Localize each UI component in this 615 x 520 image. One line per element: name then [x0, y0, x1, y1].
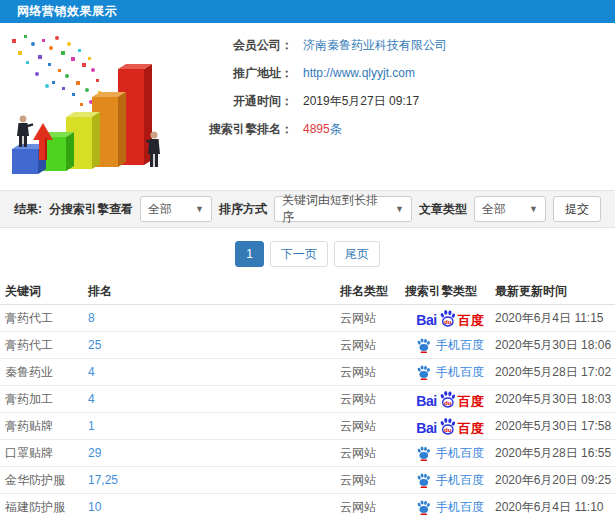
- svg-text:du: du: [444, 318, 452, 325]
- article-type-label: 文章类型: [419, 201, 467, 218]
- keyword-cell: 膏药代工: [5, 310, 88, 327]
- table-row: 膏药加工 4 云网站 Bai du 百度 2020年5月30日 18:03: [0, 386, 615, 413]
- engine-type-cell: Bai du 百度: [405, 309, 495, 327]
- rank-type-cell: 云网站: [340, 364, 405, 381]
- marketing-chart-illustration: [2, 29, 170, 181]
- col-header-rank: 排名: [88, 283, 340, 300]
- engine-type-cell: 手机百度: [405, 364, 495, 381]
- baidu-logo: Bai du 百度: [416, 417, 483, 435]
- updated-time-cell: 2020年5月30日 18:03: [495, 391, 615, 408]
- keyword-cell: 口罩贴牌: [5, 445, 88, 462]
- engine-type-cell: 手机百度: [405, 472, 495, 489]
- rank-type-cell: 云网站: [340, 391, 405, 408]
- keyword-rank-table: 关键词 排名 排名类型 搜索引擎类型 最新更新时间 膏药代工 8 云网站 Bai…: [0, 279, 615, 520]
- sort-value: 关键词由短到长排序: [282, 192, 387, 226]
- rank-type-cell: 云网站: [340, 445, 405, 462]
- col-header-keyword: 关键词: [5, 283, 88, 300]
- table-row: 福建防护服 10 云网站 手机百度 2020年6月4日 11:10: [0, 494, 615, 520]
- svg-text:du: du: [444, 426, 452, 433]
- member-company-label: 会员公司：: [178, 37, 293, 54]
- mobile-baidu-paw-icon: [416, 446, 431, 461]
- updated-time-cell: 2020年5月30日 18:06: [495, 337, 615, 354]
- keyword-cell: 膏药贴牌: [5, 418, 88, 435]
- open-time-row: 开通时间： 2019年5月27日 09:17: [178, 92, 447, 110]
- updated-time-cell: 2020年5月28日 16:55: [495, 445, 615, 462]
- engine-type-cell: Bai du 百度: [405, 417, 495, 435]
- table-row: 口罩贴牌 29 云网站 手机百度 2020年5月28日 16:55: [0, 440, 615, 467]
- baidu-logo: Bai du 百度: [416, 309, 483, 327]
- chevron-down-icon: ▼: [529, 204, 538, 214]
- last-page-button[interactable]: 尾页: [334, 241, 380, 267]
- sort-select[interactable]: 关键词由短到长排序 ▼: [274, 196, 412, 222]
- rank-link[interactable]: 4: [88, 365, 340, 379]
- rank-link[interactable]: 1: [88, 419, 340, 433]
- updated-time-cell: 2020年5月28日 17:02: [495, 364, 615, 381]
- engine-type-cell: 手机百度: [405, 499, 495, 516]
- rank-type-cell: 云网站: [340, 418, 405, 435]
- rank-link[interactable]: 10: [88, 500, 340, 514]
- member-company-link[interactable]: 济南秦鲁药业科技有限公司: [303, 37, 447, 54]
- rank-link[interactable]: 8: [88, 311, 340, 325]
- table-row: 膏药贴牌 1 云网站 Bai du 百度 2020年5月30日 17:58: [0, 413, 615, 440]
- rank-link[interactable]: 29: [88, 446, 340, 460]
- table-row: 金华防护服 17,25 云网站 手机百度 2020年6月20日 09:25: [0, 467, 615, 494]
- table-row: 秦鲁药业 4 云网站 手机百度 2020年5月28日 17:02: [0, 359, 615, 386]
- result-label: 结果:: [14, 201, 42, 218]
- baidu-paw-icon: du: [438, 309, 457, 327]
- svg-text:du: du: [444, 399, 452, 406]
- engine-type-cell: Bai du 百度: [405, 390, 495, 408]
- chevron-down-icon: ▼: [395, 204, 404, 214]
- promo-url-label: 推广地址：: [178, 65, 293, 82]
- baidu-paw-icon: du: [438, 390, 457, 408]
- mobile-baidu-paw-icon: [416, 365, 431, 380]
- promo-url-row: 推广地址： http://www.qlyyjt.com: [178, 64, 447, 82]
- article-type-value: 全部: [482, 201, 506, 218]
- mobile-baidu-logo: 手机百度: [416, 337, 484, 354]
- engine-filter-select[interactable]: 全部 ▼: [140, 196, 212, 222]
- rank-type-cell: 云网站: [340, 499, 405, 516]
- updated-time-cell: 2020年6月20日 09:25: [495, 472, 615, 489]
- rank-link[interactable]: 4: [88, 392, 340, 406]
- engine-type-cell: 手机百度: [405, 445, 495, 462]
- open-time-value: 2019年5月27日 09:17: [303, 93, 419, 110]
- promo-url-link[interactable]: http://www.qlyyjt.com: [303, 66, 415, 80]
- engine-rank-count: 4895: [303, 122, 330, 136]
- mobile-baidu-paw-icon: [416, 338, 431, 353]
- sort-label: 排序方式: [219, 201, 267, 218]
- page-1-button[interactable]: 1: [235, 241, 264, 267]
- mobile-baidu-logo: 手机百度: [416, 499, 484, 516]
- keyword-cell: 福建防护服: [5, 499, 88, 516]
- mobile-baidu-logo: 手机百度: [416, 445, 484, 462]
- mobile-baidu-logo: 手机百度: [416, 472, 484, 489]
- mobile-baidu-logo: 手机百度: [416, 364, 484, 381]
- col-header-updated: 最新更新时间: [495, 283, 615, 300]
- col-header-engine-type: 搜索引擎类型: [405, 283, 495, 300]
- rank-link[interactable]: 17,25: [88, 473, 340, 487]
- mobile-baidu-paw-icon: [416, 473, 431, 488]
- businessman-figure-left: [17, 116, 33, 147]
- rank-link[interactable]: 25: [88, 338, 340, 352]
- table-header-row: 关键词 排名 排名类型 搜索引擎类型 最新更新时间: [0, 279, 615, 305]
- col-header-rank-type: 排名类型: [340, 283, 405, 300]
- updated-time-cell: 2020年6月4日 11:10: [495, 499, 615, 516]
- engine-filter-label: 分搜索引擎查看: [49, 201, 133, 218]
- mobile-baidu-paw-icon: [416, 500, 431, 515]
- table-row: 膏药代工 25 云网站 手机百度 2020年5月30日 18:06: [0, 332, 615, 359]
- rank-type-cell: 云网站: [340, 310, 405, 327]
- keyword-cell: 膏药代工: [5, 337, 88, 354]
- engine-rank-unit[interactable]: 条: [330, 122, 342, 136]
- baidu-logo: Bai du 百度: [416, 390, 483, 408]
- member-info-section: 会员公司： 济南秦鲁药业科技有限公司 推广地址： http://www.qlyy…: [0, 23, 615, 190]
- pagination: 1 下一页 尾页: [0, 228, 615, 279]
- filter-bar: 结果: 分搜索引擎查看 全部 ▼ 排序方式 关键词由短到长排序 ▼ 文章类型 全…: [0, 190, 615, 228]
- next-page-button[interactable]: 下一页: [270, 241, 328, 267]
- submit-button[interactable]: 提交: [553, 196, 601, 222]
- article-type-select[interactable]: 全部 ▼: [474, 196, 546, 222]
- updated-time-cell: 2020年5月30日 17:58: [495, 418, 615, 435]
- keyword-cell: 秦鲁药业: [5, 364, 88, 381]
- keyword-cell: 膏药加工: [5, 391, 88, 408]
- engine-rank-label: 搜索引擎排名：: [178, 121, 293, 138]
- open-time-label: 开通时间：: [178, 93, 293, 110]
- rank-type-cell: 云网站: [340, 337, 405, 354]
- table-row: 膏药代工 8 云网站 Bai du 百度 2020年6月4日 11:15: [0, 305, 615, 332]
